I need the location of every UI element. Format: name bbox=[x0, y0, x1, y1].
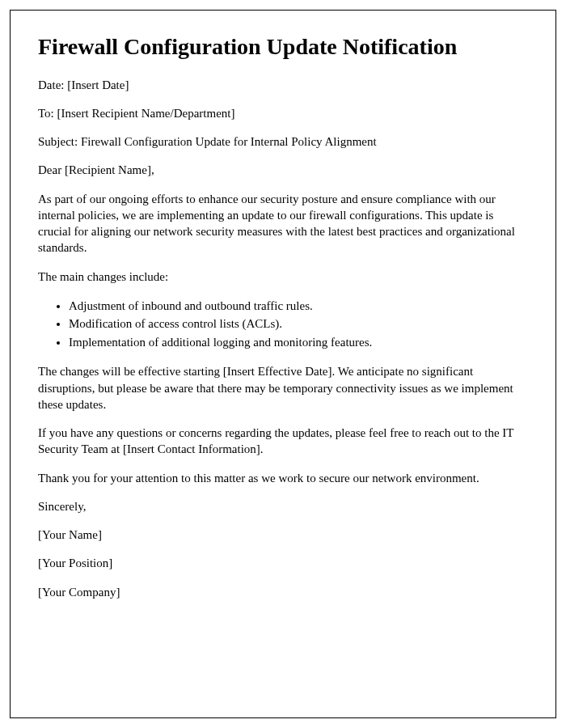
closing-sincerely: Sincerely, bbox=[38, 498, 528, 514]
subject-label: Subject: bbox=[38, 135, 81, 148]
closing-position: [Your Position] bbox=[38, 555, 528, 571]
list-item: Adjustment of inbound and outbound traff… bbox=[69, 297, 528, 315]
date-line: Date: [Insert Date] bbox=[38, 77, 528, 93]
date-value: [Insert Date] bbox=[67, 78, 129, 91]
closing-company: [Your Company] bbox=[38, 584, 528, 600]
contact-paragraph: If you have any questions or concerns re… bbox=[38, 425, 528, 458]
thanks-paragraph: Thank you for your attention to this mat… bbox=[38, 470, 528, 486]
document-title: Firewall Configuration Update Notificati… bbox=[38, 33, 528, 61]
to-label: To: bbox=[38, 107, 57, 120]
date-label: Date: bbox=[38, 78, 67, 91]
subject-value: Firewall Configuration Update for Intern… bbox=[81, 135, 377, 148]
intro-paragraph: As part of our ongoing efforts to enhanc… bbox=[38, 191, 528, 256]
to-value: [Insert Recipient Name/Department] bbox=[57, 107, 235, 120]
salutation: Dear [Recipient Name], bbox=[38, 162, 528, 178]
closing-name: [Your Name] bbox=[38, 527, 528, 543]
changes-lead: The main changes include: bbox=[38, 269, 528, 285]
changes-list: Adjustment of inbound and outbound traff… bbox=[69, 297, 528, 352]
document-frame: Firewall Configuration Update Notificati… bbox=[10, 10, 556, 718]
subject-line: Subject: Firewall Configuration Update f… bbox=[38, 133, 528, 150]
list-item: Modification of access control lists (AC… bbox=[69, 315, 528, 333]
list-item: Implementation of additional logging and… bbox=[69, 333, 528, 352]
effective-paragraph: The changes will be effective starting [… bbox=[38, 363, 528, 413]
to-line: To: [Insert Recipient Name/Department] bbox=[38, 105, 528, 121]
